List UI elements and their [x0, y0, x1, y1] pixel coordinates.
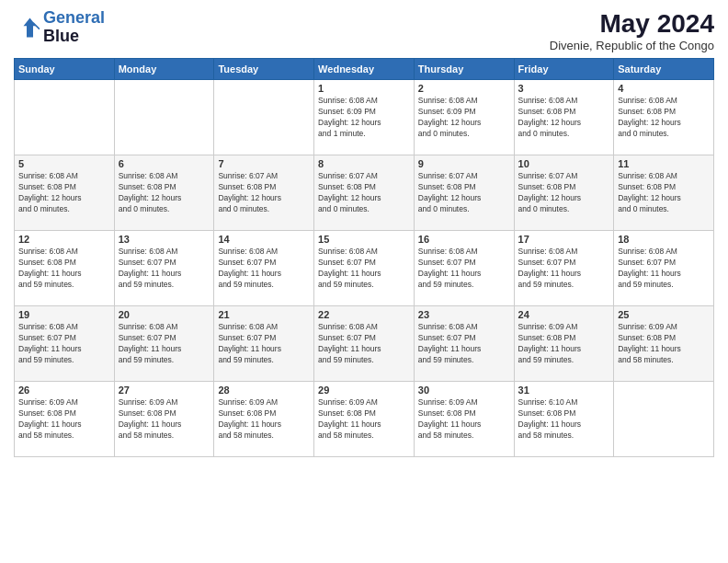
calendar-cell: 30Sunrise: 6:09 AM Sunset: 6:08 PM Dayli… — [414, 382, 514, 457]
day-info: Sunrise: 6:08 AM Sunset: 6:07 PM Dayligh… — [518, 247, 610, 291]
day-number: 6 — [119, 158, 210, 169]
calendar-cell: 7Sunrise: 6:07 AM Sunset: 6:08 PM Daylig… — [214, 155, 314, 231]
day-info: Sunrise: 6:07 AM Sunset: 6:08 PM Dayligh… — [318, 171, 410, 215]
calendar-cell: 2Sunrise: 6:08 AM Sunset: 6:09 PM Daylig… — [414, 80, 514, 155]
day-number: 9 — [418, 158, 510, 169]
day-info: Sunrise: 6:08 AM Sunset: 6:07 PM Dayligh… — [218, 247, 310, 291]
calendar-cell: 11Sunrise: 6:08 AM Sunset: 6:08 PM Dayli… — [614, 155, 714, 231]
day-info: Sunrise: 6:08 AM Sunset: 6:07 PM Dayligh… — [218, 322, 310, 366]
day-number: 17 — [518, 234, 610, 245]
day-info: Sunrise: 6:08 AM Sunset: 6:08 PM Dayligh… — [618, 171, 710, 215]
col-thursday: Thursday — [414, 59, 514, 80]
col-sunday: Sunday — [15, 59, 115, 80]
main-title: May 2024 — [550, 9, 714, 39]
calendar-cell: 5Sunrise: 6:08 AM Sunset: 6:08 PM Daylig… — [15, 155, 115, 231]
day-number: 18 — [618, 234, 710, 245]
calendar-table: Sunday Monday Tuesday Wednesday Thursday… — [14, 58, 714, 457]
calendar-week-3: 12Sunrise: 6:08 AM Sunset: 6:08 PM Dayli… — [15, 231, 714, 306]
calendar-cell: 18Sunrise: 6:08 AM Sunset: 6:07 PM Dayli… — [614, 231, 714, 306]
day-info: Sunrise: 6:08 AM Sunset: 6:09 PM Dayligh… — [418, 96, 510, 140]
day-info: Sunrise: 6:08 AM Sunset: 6:08 PM Dayligh… — [119, 171, 210, 215]
day-info: Sunrise: 6:08 AM Sunset: 6:07 PM Dayligh… — [18, 322, 110, 366]
calendar-cell: 22Sunrise: 6:08 AM Sunset: 6:07 PM Dayli… — [314, 306, 415, 382]
day-number: 27 — [119, 385, 210, 396]
calendar-cell: 24Sunrise: 6:09 AM Sunset: 6:08 PM Dayli… — [514, 306, 614, 382]
col-monday: Monday — [114, 59, 214, 80]
day-info: Sunrise: 6:08 AM Sunset: 6:07 PM Dayligh… — [418, 322, 510, 366]
calendar-cell: 23Sunrise: 6:08 AM Sunset: 6:07 PM Dayli… — [414, 306, 514, 382]
calendar-header-row: Sunday Monday Tuesday Wednesday Thursday… — [15, 59, 714, 80]
day-number: 3 — [518, 83, 610, 94]
calendar-cell — [214, 80, 314, 155]
day-info: Sunrise: 6:08 AM Sunset: 6:08 PM Dayligh… — [618, 96, 710, 140]
day-number: 23 — [418, 309, 510, 320]
col-tuesday: Tuesday — [214, 59, 314, 80]
day-number: 20 — [119, 309, 210, 320]
calendar-week-4: 19Sunrise: 6:08 AM Sunset: 6:07 PM Dayli… — [15, 306, 714, 382]
day-number: 2 — [418, 83, 510, 94]
day-number: 21 — [218, 309, 310, 320]
day-number: 25 — [618, 309, 710, 320]
day-number: 19 — [18, 309, 110, 320]
day-number: 4 — [618, 83, 710, 94]
calendar-cell: 17Sunrise: 6:08 AM Sunset: 6:07 PM Dayli… — [514, 231, 614, 306]
calendar-cell: 6Sunrise: 6:08 AM Sunset: 6:08 PM Daylig… — [114, 155, 214, 231]
day-number: 12 — [18, 234, 110, 245]
day-info: Sunrise: 6:08 AM Sunset: 6:08 PM Dayligh… — [18, 171, 110, 215]
day-number: 1 — [318, 83, 410, 94]
day-info: Sunrise: 6:07 AM Sunset: 6:08 PM Dayligh… — [218, 171, 310, 215]
calendar-cell — [614, 382, 714, 457]
day-info: Sunrise: 6:09 AM Sunset: 6:08 PM Dayligh… — [18, 397, 110, 442]
day-number: 24 — [518, 309, 610, 320]
calendar-cell: 13Sunrise: 6:08 AM Sunset: 6:07 PM Dayli… — [114, 231, 214, 306]
calendar-cell: 10Sunrise: 6:07 AM Sunset: 6:08 PM Dayli… — [514, 155, 614, 231]
day-number: 15 — [318, 234, 410, 245]
day-info: Sunrise: 6:08 AM Sunset: 6:08 PM Dayligh… — [18, 247, 110, 291]
day-info: Sunrise: 6:08 AM Sunset: 6:07 PM Dayligh… — [119, 322, 210, 366]
day-number: 13 — [119, 234, 210, 245]
calendar-cell: 19Sunrise: 6:08 AM Sunset: 6:07 PM Dayli… — [15, 306, 115, 382]
col-wednesday: Wednesday — [314, 59, 415, 80]
calendar-cell: 25Sunrise: 6:09 AM Sunset: 6:08 PM Dayli… — [614, 306, 714, 382]
calendar-cell — [15, 80, 115, 155]
page: General Blue May 2024 Divenie, Republic … — [0, 0, 728, 563]
day-info: Sunrise: 6:08 AM Sunset: 6:07 PM Dayligh… — [318, 322, 410, 366]
calendar-cell — [114, 80, 214, 155]
title-section: May 2024 Divenie, Republic of the Congo — [550, 9, 714, 52]
calendar-cell: 12Sunrise: 6:08 AM Sunset: 6:08 PM Dayli… — [15, 231, 115, 306]
day-info: Sunrise: 6:10 AM Sunset: 6:08 PM Dayligh… — [518, 397, 610, 442]
day-number: 14 — [218, 234, 310, 245]
logo: General Blue — [14, 9, 105, 46]
day-info: Sunrise: 6:09 AM Sunset: 6:08 PM Dayligh… — [618, 322, 710, 366]
calendar-cell: 9Sunrise: 6:07 AM Sunset: 6:08 PM Daylig… — [414, 155, 514, 231]
day-info: Sunrise: 6:07 AM Sunset: 6:08 PM Dayligh… — [418, 171, 510, 215]
calendar-week-2: 5Sunrise: 6:08 AM Sunset: 6:08 PM Daylig… — [15, 155, 714, 231]
calendar-cell: 16Sunrise: 6:08 AM Sunset: 6:07 PM Dayli… — [414, 231, 514, 306]
calendar-cell: 14Sunrise: 6:08 AM Sunset: 6:07 PM Dayli… — [214, 231, 314, 306]
col-saturday: Saturday — [614, 59, 714, 80]
calendar-cell: 15Sunrise: 6:08 AM Sunset: 6:07 PM Dayli… — [314, 231, 415, 306]
day-info: Sunrise: 6:08 AM Sunset: 6:07 PM Dayligh… — [119, 247, 210, 291]
day-info: Sunrise: 6:08 AM Sunset: 6:09 PM Dayligh… — [318, 96, 410, 140]
day-info: Sunrise: 6:09 AM Sunset: 6:08 PM Dayligh… — [119, 397, 210, 442]
day-number: 31 — [518, 385, 610, 396]
day-info: Sunrise: 6:07 AM Sunset: 6:08 PM Dayligh… — [518, 171, 610, 215]
calendar-cell: 29Sunrise: 6:09 AM Sunset: 6:08 PM Dayli… — [314, 382, 415, 457]
calendar-cell: 3Sunrise: 6:08 AM Sunset: 6:08 PM Daylig… — [514, 80, 614, 155]
day-number: 28 — [218, 385, 310, 396]
calendar-cell: 26Sunrise: 6:09 AM Sunset: 6:08 PM Dayli… — [15, 382, 115, 457]
day-number: 29 — [318, 385, 410, 396]
day-info: Sunrise: 6:08 AM Sunset: 6:07 PM Dayligh… — [618, 247, 710, 291]
calendar-week-5: 26Sunrise: 6:09 AM Sunset: 6:08 PM Dayli… — [15, 382, 714, 457]
calendar-cell: 20Sunrise: 6:08 AM Sunset: 6:07 PM Dayli… — [114, 306, 214, 382]
calendar-cell: 8Sunrise: 6:07 AM Sunset: 6:08 PM Daylig… — [314, 155, 415, 231]
subtitle: Divenie, Republic of the Congo — [550, 39, 714, 52]
svg-marker-0 — [24, 17, 37, 37]
day-number: 11 — [618, 158, 710, 169]
day-info: Sunrise: 6:08 AM Sunset: 6:07 PM Dayligh… — [418, 247, 510, 291]
day-info: Sunrise: 6:09 AM Sunset: 6:08 PM Dayligh… — [518, 322, 610, 366]
day-info: Sunrise: 6:08 AM Sunset: 6:08 PM Dayligh… — [518, 96, 610, 140]
calendar-cell: 31Sunrise: 6:10 AM Sunset: 6:08 PM Dayli… — [514, 382, 614, 457]
day-info: Sunrise: 6:09 AM Sunset: 6:08 PM Dayligh… — [318, 397, 410, 442]
day-number: 22 — [318, 309, 410, 320]
